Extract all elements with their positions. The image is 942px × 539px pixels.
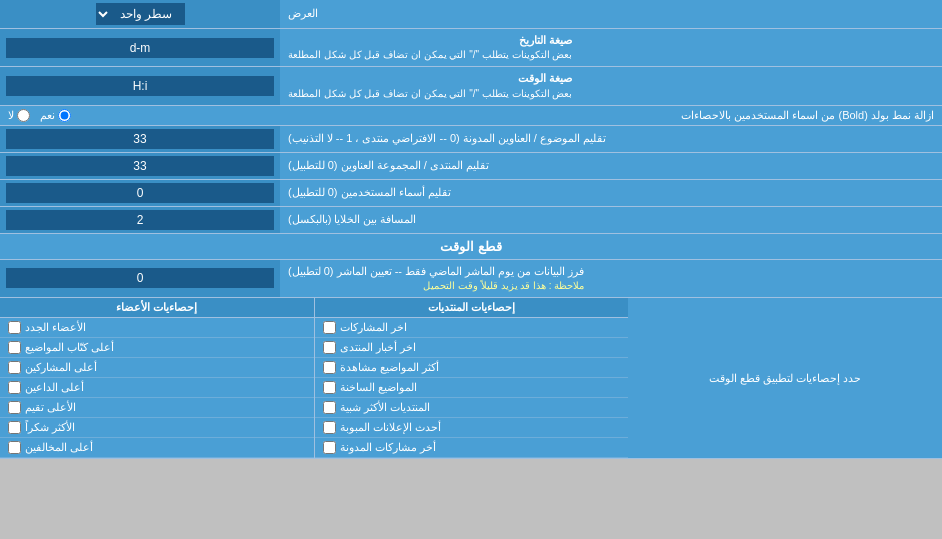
top-header-row: العرض سطر واحد [0, 0, 942, 29]
checkbox-last-posts[interactable] [323, 321, 336, 334]
bold-yes-radio[interactable] [58, 109, 71, 122]
time-format-input-container[interactable] [0, 67, 280, 104]
checkbox-most-viewed[interactable] [323, 361, 336, 374]
cb-most-similar[interactable]: المنتديات الأكثر شبية [315, 398, 629, 418]
checkbox-top-violators[interactable] [8, 441, 21, 454]
bold-row: ازالة نمط بولد (Bold) من اسماء المستخدمي… [0, 106, 942, 126]
bold-no-option[interactable]: لا [8, 109, 30, 122]
apply-stats-label: حدد إحصاءيات لتطبيق قطع الوقت [705, 368, 865, 389]
checkboxes-section: حدد إحصاءيات لتطبيق قطع الوقت إحصاءيات ا… [0, 298, 942, 459]
forum-order-row: تقليم المنتدى / المجموعة العناوين (0 للت… [0, 153, 942, 180]
forum-order-label: تقليم المنتدى / المجموعة العناوين (0 للت… [280, 153, 942, 179]
cb-top-violators[interactable]: أعلى المخالفين [0, 438, 314, 458]
cb-hot-topics[interactable]: المواضيع الساخنة [315, 378, 629, 398]
bold-radio-group: نعم لا [8, 109, 71, 122]
posts-stats-col: إحصاءيات المنتديات اخر المشاركات اخر أخب… [314, 298, 629, 458]
checkbox-hot-topics[interactable] [323, 381, 336, 394]
checkbox-top-participants[interactable] [8, 361, 21, 374]
date-format-label: صيغة التاريخ بعض التكوينات يتطلب "/" الت… [280, 29, 942, 66]
members-stats-header: إحصاءيات الأعضاء [0, 298, 314, 318]
checkbox-most-similar[interactable] [323, 401, 336, 414]
checkbox-top-rated[interactable] [8, 401, 21, 414]
bold-no-radio[interactable] [17, 109, 30, 122]
cb-top-participants[interactable]: أعلى المشاركين [0, 358, 314, 378]
cb-last-posts[interactable]: اخر المشاركات [315, 318, 629, 338]
time-format-input[interactable] [6, 76, 274, 96]
cell-spacing-label: المسافة بين الخلايا (بالبكسل) [280, 207, 942, 233]
forum-order-input-container[interactable] [0, 153, 280, 179]
forum-order-input[interactable] [6, 156, 274, 176]
members-stats-col: إحصاءيات الأعضاء الأعضاء الجدد أعلى كتّا… [0, 298, 314, 458]
username-trim-input[interactable] [6, 183, 274, 203]
cb-classified-ads[interactable]: أحدث الإعلانات المبوبة [315, 418, 629, 438]
cb-blog-posts[interactable]: أخر مشاركات المدونة [315, 438, 629, 458]
cell-spacing-row: المسافة بين الخلايا (بالبكسل) [0, 207, 942, 234]
cb-top-posters[interactable]: أعلى كتّاب المواضيع [0, 338, 314, 358]
cb-top-rated[interactable]: الأعلى تقيم [0, 398, 314, 418]
date-format-row: صيغة التاريخ بعض التكوينات يتطلب "/" الت… [0, 29, 942, 67]
filter-days-row: فرز البيانات من يوم الماشر الماضي فقط --… [0, 260, 942, 298]
subject-order-input-container[interactable] [0, 126, 280, 152]
checkbox-classified-ads[interactable] [323, 421, 336, 434]
bold-label: ازالة نمط بولد (Bold) من اسماء المستخدمي… [71, 109, 934, 122]
username-trim-input-container[interactable] [0, 180, 280, 206]
subject-order-input[interactable] [6, 129, 274, 149]
dropdown-container[interactable]: سطر واحد [0, 0, 280, 28]
username-trim-row: تقليم أسماء المستخدمين (0 للتطبيل) [0, 180, 942, 207]
checkboxes-grid: حدد إحصاءيات لتطبيق قطع الوقت إحصاءيات ا… [0, 298, 942, 458]
username-trim-label: تقليم أسماء المستخدمين (0 للتطبيل) [280, 180, 942, 206]
page-title-label: العرض [280, 0, 942, 28]
cb-forum-news[interactable]: اخر أخبار المنتدى [315, 338, 629, 358]
time-cut-header: قطع الوقت [0, 234, 942, 260]
cb-top-invitors[interactable]: أعلى الداعين [0, 378, 314, 398]
subject-order-label: تقليم الموضوع / العناوين المدونة (0 -- ا… [280, 126, 942, 152]
checkbox-top-posters[interactable] [8, 341, 21, 354]
cb-new-members[interactable]: الأعضاء الجدد [0, 318, 314, 338]
checkbox-most-thanked[interactable] [8, 421, 21, 434]
posts-stats-header: إحصاءيات المنتديات [315, 298, 629, 318]
display-select[interactable]: سطر واحد [96, 3, 185, 25]
checkbox-top-invitors[interactable] [8, 381, 21, 394]
cb-most-viewed[interactable]: أكثر المواضيع مشاهدة [315, 358, 629, 378]
date-format-input[interactable] [6, 38, 274, 58]
filter-days-label: فرز البيانات من يوم الماشر الماضي فقط --… [280, 260, 942, 297]
checkbox-forum-news[interactable] [323, 341, 336, 354]
checkbox-new-members[interactable] [8, 321, 21, 334]
bold-yes-option[interactable]: نعم [40, 109, 71, 122]
date-format-input-container[interactable] [0, 29, 280, 66]
filter-days-input-container[interactable] [0, 260, 280, 297]
subject-order-row: تقليم الموضوع / العناوين المدونة (0 -- ا… [0, 126, 942, 153]
filter-days-input[interactable] [6, 268, 274, 288]
cell-spacing-input[interactable] [6, 210, 274, 230]
checkbox-blog-posts[interactable] [323, 441, 336, 454]
time-format-label: صيغة الوقت بعض التكوينات يتطلب "/" التي … [280, 67, 942, 104]
apply-col: حدد إحصاءيات لتطبيق قطع الوقت [628, 298, 942, 458]
cell-spacing-input-container[interactable] [0, 207, 280, 233]
cb-most-thanked[interactable]: الأكثر شكراً [0, 418, 314, 438]
time-format-row: صيغة الوقت بعض التكوينات يتطلب "/" التي … [0, 67, 942, 105]
